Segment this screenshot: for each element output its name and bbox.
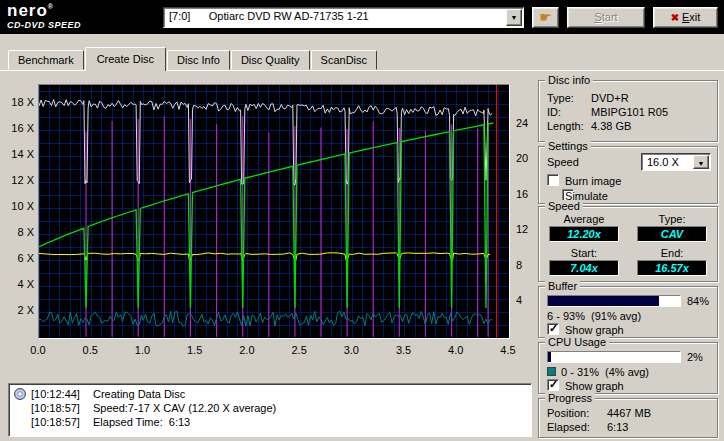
tab-create-disc[interactable]: Create Disc [85, 47, 166, 71]
x-axis-tick: 4.5 [493, 344, 523, 356]
exit-button[interactable]: ✖Exit [653, 7, 718, 28]
log-panel[interactable]: [10:12:44] Creating Data Disc [10:18:57]… [8, 383, 532, 437]
chevron-down-icon[interactable]: ▼ [693, 155, 709, 169]
position-value: 4467 MB [607, 407, 651, 419]
y-axis-left-tick: 10 X [8, 200, 34, 212]
y-axis-right-tick: 12 [516, 223, 538, 235]
disc-id-value: MBIPG101 R05 [591, 106, 668, 118]
start-button[interactable]: Start [567, 7, 645, 28]
log-time: [10:12:44] [31, 388, 93, 400]
y-axis-left-tick: 2 X [8, 304, 34, 316]
y-axis-left-tick: 6 X [8, 252, 34, 264]
nero-logo: nero® CD-DVD SPEED [7, 2, 81, 31]
disc-type-value: DVD+R [591, 92, 629, 104]
progress-title: Progress [545, 392, 595, 404]
disc-type-label: Type: [547, 92, 574, 104]
burn-image-checkbox[interactable] [547, 174, 559, 186]
y-axis-left-tick: 18 X [8, 96, 34, 108]
cpu-range: 0 - 31% (4% avg) [561, 366, 649, 378]
speed-type-display: CAV [637, 226, 707, 242]
tab-disc-quality[interactable]: Disc Quality [231, 50, 310, 70]
tab-scandisc[interactable]: ScanDisc [311, 50, 377, 70]
tab-benchmark[interactable]: Benchmark [8, 50, 84, 70]
x-axis-tick: 0.0 [23, 344, 53, 356]
cpu-bar [547, 351, 681, 363]
log-text: Elapsed Time: 6:13 [93, 416, 190, 428]
exit-icon: ✖ [671, 12, 679, 23]
disc-id-label: ID: [547, 106, 561, 118]
settings-title: Settings [545, 140, 591, 152]
cpu-usage-line [39, 311, 492, 326]
disc-icon [14, 388, 26, 400]
log-line: [10:12:44] Creating Data Disc [14, 387, 531, 401]
y-axis-right-tick: 16 [516, 188, 538, 200]
cpu-show-graph-checkbox[interactable] [547, 379, 559, 391]
cpu-usage-group: CPU Usage 2% 0 - 31% (4% avg) Show graph [538, 342, 718, 394]
buffer-percent: 84% [687, 295, 709, 307]
x-axis-tick: 1.0 [127, 344, 157, 356]
x-axis-tick: 3.5 [389, 344, 419, 356]
tab-bar: Benchmark Create Disc Disc Info Disc Qua… [8, 47, 378, 71]
buffer-group: Buffer 84% 6 - 93% (91% avg) Show graph [538, 286, 718, 338]
burn-image-label: Burn image [565, 175, 621, 187]
burn-tool-button[interactable]: ☛ [532, 7, 559, 28]
settings-group: Settings Speed 16.0 X ▼ Burn image Simul… [538, 146, 718, 204]
hand-icon: ☛ [539, 9, 552, 25]
speed-graph: 18 X16 X14 X12 X10 X8 X6 X4 X2 X24201612… [8, 72, 540, 368]
registered-mark: ® [48, 3, 54, 10]
x-axis-tick: 2.5 [284, 344, 314, 356]
buffer-bar-fill [548, 296, 659, 306]
elapsed-label: Elapsed: [547, 421, 590, 433]
speed-label: Speed [547, 156, 579, 168]
y-axis-right-tick: 8 [516, 259, 538, 271]
drive-selector-value: [7:0] Optiarc DVD RW AD-71735 1-21 [169, 10, 369, 22]
start-speed-display: 7.04x [549, 260, 619, 276]
buffer-range: 6 - 93% (91% avg) [547, 310, 641, 322]
log-line: [10:18:57] Speed:7-17 X CAV (12.20 X ave… [14, 401, 531, 415]
y-axis-left-tick: 4 X [8, 278, 34, 290]
y-axis-right-tick: 24 [516, 117, 538, 129]
log-time: [10:18:57] [31, 416, 93, 428]
log-text: Speed:7-17 X CAV (12.20 X average) [93, 402, 276, 414]
cpu-usage-title: CPU Usage [545, 336, 609, 348]
disc-length-value: 4.38 GB [591, 120, 631, 132]
disc-info-group: Disc info Type: DVD+R ID: MBIPG101 R05 L… [538, 80, 718, 142]
speed-title: Speed [545, 200, 583, 212]
buffer-show-graph-checkbox[interactable] [547, 323, 559, 335]
position-label: Position: [547, 407, 589, 419]
x-axis-tick: 3.0 [336, 344, 366, 356]
plot-area [38, 84, 510, 339]
log-line: [10:18:57] Elapsed Time: 6:13 [14, 415, 531, 429]
nero-cd-dvd-speed-window: nero® CD-DVD SPEED [7:0] Optiarc DVD RW … [0, 0, 724, 441]
speed-select[interactable]: 16.0 X ▼ [641, 153, 711, 171]
reference-speed-line [39, 253, 490, 260]
cpu-bar-fill [548, 352, 551, 362]
progress-group: Progress Position: 4467 MB Elapsed: 6:13 [538, 398, 718, 438]
chevron-down-icon[interactable]: ▼ [506, 9, 522, 26]
plot-canvas [39, 85, 509, 338]
disc-length-label: Length: [547, 120, 584, 132]
tab-disc-info[interactable]: Disc Info [167, 50, 230, 70]
y-axis-left-tick: 12 X [8, 174, 34, 186]
average-label: Average [545, 213, 623, 225]
x-axis-tick: 4.0 [441, 344, 471, 356]
buffer-bar [547, 295, 681, 307]
logo-subtitle: CD-DVD SPEED [7, 21, 81, 31]
buffer-show-graph-label: Show graph [565, 324, 624, 336]
start-speed-label: Start: [545, 247, 623, 259]
log-text: Creating Data Disc [93, 388, 185, 400]
drive-selector[interactable]: [7:0] Optiarc DVD RW AD-71735 1-21 ▼ [163, 7, 524, 28]
y-axis-left-tick: 8 X [8, 226, 34, 238]
end-speed-label: End: [633, 247, 711, 259]
x-axis-tick: 0.5 [75, 344, 105, 356]
end-speed-display: 16.57x [637, 260, 707, 276]
y-axis-left-tick: 16 X [8, 122, 34, 134]
cpu-percent: 2% [687, 351, 703, 363]
cpu-show-graph-label: Show graph [565, 380, 624, 392]
speed-type-label: Type: [633, 213, 711, 225]
cpu-swatch [547, 367, 556, 376]
average-speed-display: 12.20x [549, 226, 619, 242]
y-axis-left-tick: 14 X [8, 148, 34, 160]
x-axis-tick: 2.0 [232, 344, 262, 356]
header-bar: nero® CD-DVD SPEED [7:0] Optiarc DVD RW … [0, 0, 724, 34]
